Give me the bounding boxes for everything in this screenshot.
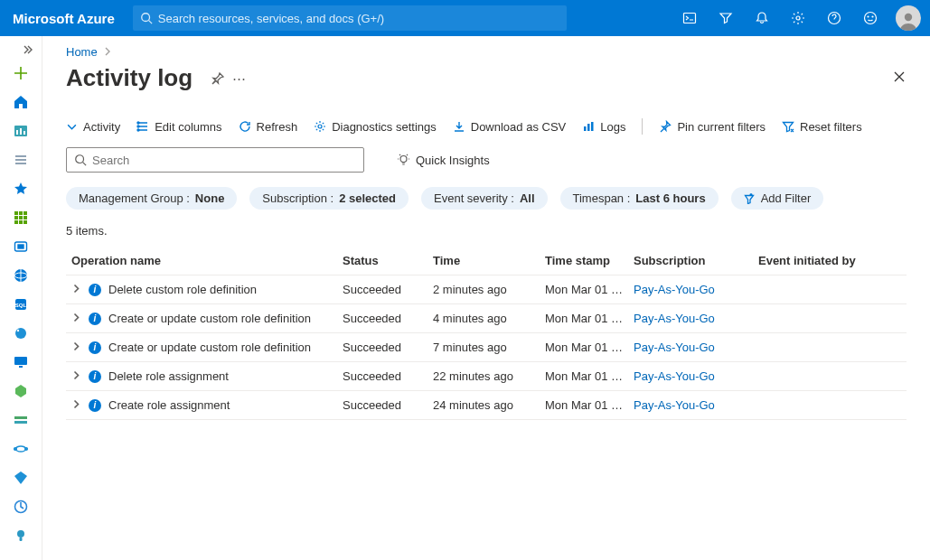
subscription-link[interactable]: Pay-As-You-Go [634,398,715,412]
svg-point-6 [868,16,869,17]
toolbar-divider [642,118,643,135]
logs-button[interactable]: Logs [582,120,625,134]
sidebar-item-favorites[interactable] [0,175,42,202]
global-search[interactable] [133,5,567,31]
quick-insights-label: Quick Insights [416,154,490,167]
subscription-link[interactable]: Pay-As-You-Go [634,369,715,383]
sidebar-item-vnet[interactable] [0,435,42,462]
cell-timestamp: Mon Mar 01 … [540,304,628,333]
sidebar-item-all-resources[interactable] [0,204,42,231]
quick-insights-button[interactable]: Quick Insights [397,154,490,167]
global-search-input[interactable] [158,12,559,25]
subscription-link[interactable]: Pay-As-You-Go [634,341,715,354]
more-icon[interactable]: ⋯ [232,70,247,87]
col-timestamp[interactable]: Time stamp [540,247,628,275]
svg-line-47 [83,163,87,166]
cell-initiated-by [753,304,907,333]
sidebar-item-vm[interactable] [0,349,42,376]
svg-point-3 [796,16,800,20]
toolbar: Activity Edit columns Refresh Diagnostic… [66,115,907,147]
expand-row-icon[interactable] [71,369,81,383]
notifications-icon[interactable] [746,0,778,36]
svg-point-29 [17,330,19,331]
col-initiated-by[interactable]: Event initiated by [753,247,907,275]
filter-reset-icon [782,120,794,133]
edit-columns-button[interactable]: Edit columns [136,120,221,134]
diagnostics-button[interactable]: Diagnostics settings [314,120,437,134]
sidebar-item-all-services[interactable] [0,146,42,173]
col-time[interactable]: Time [427,247,540,275]
table-row[interactable]: iCreate or update custom role definition… [66,333,907,362]
sidebar-item-sql[interactable]: SQL [0,291,42,318]
refresh-icon [239,120,251,133]
cell-status: Succeeded [337,391,427,420]
col-subscription[interactable]: Subscription [628,247,753,275]
filter-severity[interactable]: Event severity : All [421,187,548,210]
activity-table: Operation name Status Time Time stamp Su… [66,247,907,420]
lightbulb-icon [397,154,410,167]
filter-subscription[interactable]: Subscription : 2 selected [249,187,409,210]
expand-row-icon[interactable] [71,312,81,325]
sidebar-item-dashboard[interactable] [0,117,42,145]
info-icon: i [89,284,101,296]
download-icon [453,120,465,133]
sidebar-item-home[interactable] [0,89,42,116]
activity-search[interactable] [66,147,364,173]
table-row[interactable]: iCreate role assignmentSucceeded24 minut… [66,391,907,420]
sidebar-expand-icon[interactable] [0,42,42,58]
col-operation[interactable]: Operation name [66,247,337,275]
expand-row-icon[interactable] [71,398,81,412]
sidebar-item-storage[interactable] [0,406,42,434]
avatar[interactable] [896,5,921,31]
expand-row-icon[interactable] [71,283,81,296]
sidebar-item-create[interactable] [0,60,42,87]
activity-search-input[interactable] [92,154,356,167]
breadcrumb-home[interactable]: Home [66,45,98,59]
subscription-link[interactable]: Pay-As-You-Go [634,283,715,296]
sidebar-item-monitor[interactable] [0,493,42,520]
refresh-button[interactable]: Refresh [239,120,298,134]
cloud-shell-icon[interactable] [673,0,706,36]
subscription-link[interactable]: Pay-As-You-Go [634,312,715,325]
expand-row-icon[interactable] [71,341,81,354]
download-csv-button[interactable]: Download as CSV [453,120,567,134]
svg-rect-16 [14,216,18,219]
sidebar-item-advisor[interactable] [0,522,42,549]
settings-icon[interactable] [782,0,814,36]
sidebar-item-aad[interactable] [0,464,42,491]
sidebar-item-cosmos[interactable] [0,320,42,347]
filter-timespan-value: Last 6 hours [635,191,705,205]
sidebar-item-app-services[interactable] [0,262,42,289]
svg-rect-17 [19,216,23,219]
feedback-icon[interactable] [854,0,887,36]
filter-timespan-label: Timespan : [573,191,631,205]
table-row[interactable]: iDelete role assignmentSucceeded22 minut… [66,362,907,391]
table-row[interactable]: iCreate or update custom role definition… [66,304,907,333]
filter-timespan[interactable]: Timespan : Last 6 hours [560,187,719,210]
sidebar-item-resource-groups[interactable] [0,233,42,260]
sidebar-item-load-balancer[interactable] [0,378,42,405]
svg-rect-44 [587,124,590,131]
svg-rect-15 [23,211,27,215]
svg-point-40 [137,126,139,127]
reset-filters-button[interactable]: Reset filters [782,120,862,134]
col-status[interactable]: Status [337,247,427,275]
filter-pills: Management Group : None Subscription : 2… [66,187,907,210]
help-icon[interactable] [818,0,850,36]
pin-icon[interactable] [211,71,225,86]
pin-icon [659,120,672,133]
search-icon [74,154,87,166]
filter-severity-label: Event severity : [434,191,514,205]
cell-status: Succeeded [337,275,427,304]
table-row[interactable]: iDelete custom role definitionSucceeded2… [66,275,907,304]
directory-filter-icon[interactable] [709,0,742,36]
filter-management-group[interactable]: Management Group : None [66,187,237,210]
pin-filters-button[interactable]: Pin current filters [659,120,766,134]
cell-status: Succeeded [337,362,427,391]
diagnostics-label: Diagnostics settings [332,120,437,134]
close-icon[interactable] [892,70,907,87]
cell-status: Succeeded [337,304,427,333]
add-filter-button[interactable]: Add Filter [731,187,824,210]
activity-dropdown[interactable]: Activity [66,120,120,134]
svg-rect-30 [14,357,27,365]
